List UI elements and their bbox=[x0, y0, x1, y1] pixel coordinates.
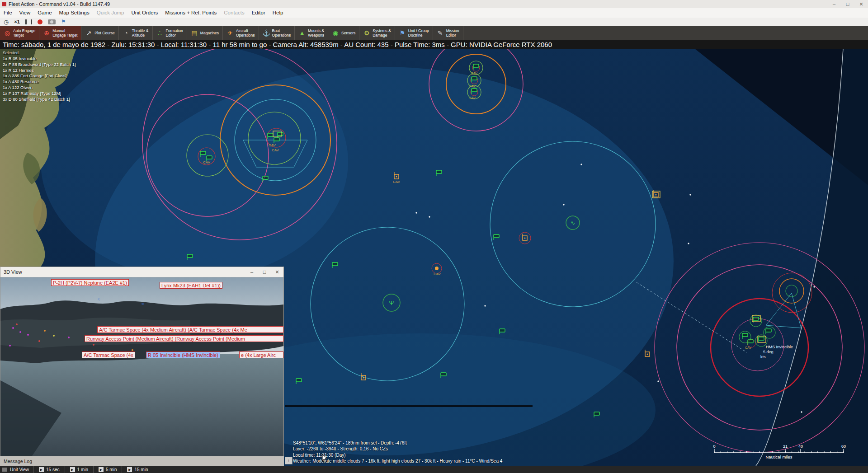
selected-list: 1x R 05 Invincible2x F 88 Broadsword [Ty… bbox=[3, 56, 76, 102]
message-log-title: Message Log bbox=[4, 459, 32, 464]
menu-bar: FileViewGameMap SettingsQuick JumpUnit O… bbox=[0, 8, 868, 18]
aircraft-operations-icon: ✈ bbox=[226, 29, 234, 37]
toolbar-plot-course[interactable]: ↗Plot Course bbox=[81, 26, 118, 40]
toolbar-magazines[interactable]: ▤Magazines bbox=[187, 26, 223, 40]
minimize-button[interactable]: – bbox=[827, 0, 841, 8]
air-contact-dot[interactable] bbox=[801, 411, 802, 412]
svg-text:≈: ≈ bbox=[98, 297, 100, 302]
3d-view-titlebar[interactable]: 3D View – □ ✕ bbox=[0, 267, 283, 277]
menu-file[interactable]: File bbox=[0, 8, 16, 18]
sim-speed[interactable]: ×1 bbox=[14, 19, 20, 24]
toolbar-label: Unit / GroupDoctrine bbox=[408, 28, 429, 37]
scale-tick-label: 21 bbox=[783, 444, 788, 449]
record-icon[interactable] bbox=[38, 19, 42, 24]
play-icon: ▶ bbox=[99, 467, 104, 472]
toolbar-label: MissionEditor bbox=[446, 28, 459, 37]
time-step-15-sec[interactable]: ▶15 sec bbox=[33, 466, 64, 473]
time-step-label: 15 sec bbox=[46, 467, 59, 472]
menu-game[interactable]: Game bbox=[34, 8, 55, 18]
selected-header: Selected: bbox=[3, 51, 76, 55]
toolbar-auto-engage-target[interactable]: ◎Auto EngageTarget bbox=[0, 26, 39, 40]
scale-tick-label: 60 bbox=[841, 444, 846, 449]
view-mode-icon[interactable] bbox=[2, 468, 7, 472]
pause-icon[interactable] bbox=[25, 19, 32, 24]
message-log-panel[interactable]: Message Log bbox=[0, 456, 284, 466]
toolbar-aircraft-operations[interactable]: ✈AircraftOperations bbox=[223, 26, 259, 40]
menu-quick-jump: Quick Jump bbox=[93, 8, 128, 18]
boat-operations-icon: ⚓ bbox=[263, 29, 270, 37]
magazines-icon: ▤ bbox=[191, 29, 198, 37]
play-icon: ▶ bbox=[127, 467, 132, 472]
close-button[interactable]: ✕ bbox=[854, 0, 868, 8]
3d-object-label[interactable]: e (4x Large Airc bbox=[239, 351, 283, 358]
air-contact-dot[interactable] bbox=[415, 212, 417, 213]
toolbar-mounts-weapons[interactable]: ▲Mounts &Weapons bbox=[295, 26, 328, 40]
shallow-water bbox=[41, 49, 348, 279]
3d-object-label[interactable]: A/C Tarmac Space (4x bbox=[82, 351, 135, 358]
sonar-symbol[interactable]: Ψ bbox=[389, 300, 394, 306]
toolbar-label: AircraftOperations bbox=[236, 28, 255, 37]
play-icon: ▶ bbox=[39, 467, 44, 472]
air-contact-dot[interactable] bbox=[484, 305, 486, 306]
air-contact-dot[interactable] bbox=[688, 243, 689, 244]
formation-editor-icon: ∴ bbox=[156, 29, 164, 37]
sonar-symbol[interactable]: ∿ bbox=[571, 220, 576, 226]
title-bar: Fleet Action - Command v1.04 - Build 114… bbox=[0, 0, 868, 8]
3d-object-label[interactable]: A/C Tarmac Space (4x Medium Aircraft) (A… bbox=[97, 326, 283, 333]
toolbar-label: Systems &Damage bbox=[373, 28, 391, 37]
3d-view-content[interactable]: ≈ ≈ P-2H (P2V-7) Neptune (EA2E #1)Lynx M… bbox=[0, 277, 283, 456]
3d-object-label[interactable]: Lynx Mk23 (EAH1 Det #1)) bbox=[160, 282, 222, 289]
air-contact-dot[interactable] bbox=[657, 380, 659, 382]
selected-item: 3x D 80 Sheffield [Type 42 Batch 1] bbox=[3, 97, 76, 103]
3d-minimize-button[interactable]: – bbox=[245, 267, 258, 277]
toolbar-manual-engage-target[interactable]: ⊕ManualEngage Target bbox=[39, 26, 81, 40]
menu-view[interactable]: View bbox=[16, 8, 34, 18]
map-label: CAV bbox=[469, 96, 476, 99]
air-contact-dot[interactable] bbox=[429, 216, 430, 217]
unknown-contact[interactable] bbox=[435, 267, 439, 270]
menu-unit-orders[interactable]: Unit Orders bbox=[127, 8, 161, 18]
3d-object-label[interactable]: R 05 Invincible (HMS Invincible) bbox=[146, 351, 220, 358]
map-label: CAV bbox=[203, 160, 211, 164]
toolbar-label: Plot Course bbox=[94, 31, 114, 35]
toolbar-formation-editor[interactable]: ∴FormationEditor bbox=[153, 26, 187, 40]
air-contact-dot[interactable] bbox=[689, 194, 691, 195]
3d-view-window[interactable]: 3D View – □ ✕ ≈ bbox=[0, 267, 284, 456]
maximize-button[interactable]: □ bbox=[841, 0, 854, 8]
time-step-label: 15 min bbox=[134, 467, 148, 472]
menu-help[interactable]: Help bbox=[269, 8, 287, 18]
expand-up-button[interactable]: ↑ bbox=[285, 457, 292, 464]
time-step-5-min[interactable]: ▶5 min bbox=[93, 466, 122, 473]
toolbar-sensors[interactable]: ◉Sensors bbox=[328, 26, 359, 40]
3d-maximize-button[interactable]: □ bbox=[258, 267, 271, 277]
view-mode-label[interactable]: Unit View bbox=[10, 467, 33, 472]
toolbar-throttle-altitude[interactable]: ◔Throttle &Altitude bbox=[119, 26, 153, 40]
3d-close-button[interactable]: ✕ bbox=[271, 267, 283, 277]
menu-map-settings[interactable]: Map Settings bbox=[56, 8, 93, 18]
time-step-15-min[interactable]: ▶15 min bbox=[122, 466, 153, 473]
clock-icon[interactable]: ◷ bbox=[4, 19, 9, 25]
toolbar-label: ManualEngage Target bbox=[52, 28, 77, 37]
toolbar-boat-operations[interactable]: ⚓BoatOperations bbox=[259, 26, 295, 40]
3d-object-label[interactable]: Runway Access Point (Medium Aircraft) (R… bbox=[85, 335, 283, 342]
menu-missions-ref-points[interactable]: Missions + Ref. Points bbox=[161, 8, 220, 18]
bottom-bar: Unit View ▶15 sec▶1 min▶5 min▶15 min bbox=[0, 466, 868, 473]
map-status-line: Local time: 11:31:30 (Day) bbox=[293, 452, 502, 458]
toolbar-unit-group-doctrine[interactable]: ⚑Unit / GroupDoctrine bbox=[395, 26, 433, 40]
air-contact-dot[interactable] bbox=[580, 164, 582, 165]
selected-item: 1x F 107 Rothesay [Type 12M] bbox=[3, 91, 76, 97]
unit-group-doctrine-icon: ⚑ bbox=[399, 29, 406, 37]
air-contact-dot[interactable] bbox=[813, 286, 815, 287]
time-step-1-min[interactable]: ▶1 min bbox=[65, 466, 93, 473]
toolbar-mission-editor[interactable]: ✎MissionEditor bbox=[433, 26, 463, 40]
3d-object-label[interactable]: P-2H (P2V-7) Neptune (EA2E #1) bbox=[51, 279, 129, 286]
menu-editor[interactable]: Editor bbox=[248, 8, 269, 18]
time-status-text: Time: sábado, 1 de mayo de 1982 - Zulu: … bbox=[3, 41, 552, 48]
3d-view-title: 3D View bbox=[0, 269, 22, 275]
flag-icon[interactable]: ⚑ bbox=[61, 19, 66, 24]
camera-icon[interactable] bbox=[48, 19, 56, 24]
air-contact-dot[interactable] bbox=[563, 204, 564, 205]
time-status-bar: Time: sábado, 1 de mayo de 1982 - Zulu: … bbox=[0, 40, 868, 49]
play-icon: ▶ bbox=[70, 467, 75, 472]
toolbar-systems-damage[interactable]: ⚙Systems &Damage bbox=[359, 26, 395, 40]
